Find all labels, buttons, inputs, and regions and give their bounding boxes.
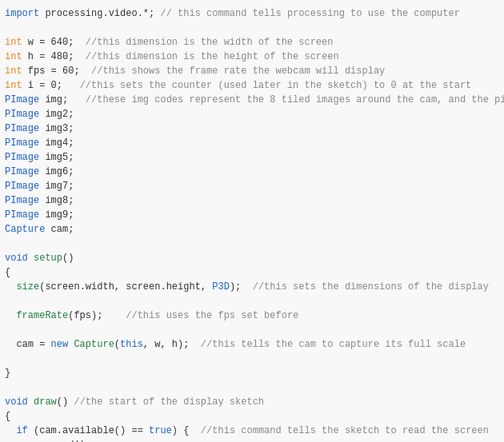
code-line-25 <box>5 352 499 366</box>
code-line-18: void setup () <box>5 251 499 265</box>
keyword-import: import <box>5 6 39 21</box>
code-line-23 <box>5 323 499 337</box>
code-line-21 <box>5 294 499 309</box>
code-line-31: cam.read(); <box>5 438 499 442</box>
code-line-14: PImage img8; <box>5 193 499 208</box>
code-line-19: { <box>5 265 499 280</box>
code-line-3: int w = 640; //this dimension is the wid… <box>5 35 499 50</box>
code-line-4: int h = 480; //this dimension is the hei… <box>5 50 499 64</box>
code-line-17 <box>5 237 499 251</box>
code-line-6: int i = 0; //this sets the counter (used… <box>5 78 499 93</box>
code-line-11: PImage img5; <box>5 150 499 165</box>
code-line-15: PImage img9; <box>5 208 499 222</box>
code-line-5: int fps = 60; //this shows the frame rat… <box>5 64 499 78</box>
code-line-13: PImage img7; <box>5 179 499 193</box>
code-editor: import processing.video.*; // this comma… <box>0 0 504 442</box>
code-line-30: if (cam.available() == true ) { //this c… <box>5 424 499 438</box>
code-line-8: PImage img2; <box>5 107 499 121</box>
code-line-22: frameRate (fps); //this uses the fps set… <box>5 309 499 323</box>
code-line-10: PImage img4; <box>5 136 499 150</box>
code-line-28: void draw () //the start of the display … <box>5 395 499 409</box>
code-line-29: { <box>5 409 499 424</box>
code-line-1: import processing.video.*; // this comma… <box>5 6 499 21</box>
code-line-27 <box>5 380 499 395</box>
code-line-26: } <box>5 366 499 380</box>
code-line-2 <box>5 21 499 35</box>
code-line-20: size (screen.width, screen.height, P3D )… <box>5 280 499 294</box>
code-line-7: PImage img; //these img codes represent … <box>5 93 499 107</box>
code-line-24: cam = new Capture ( this , w, h); //this… <box>5 337 499 352</box>
code-line-16: Capture cam; <box>5 222 499 237</box>
code-line-12: PImage img6; <box>5 165 499 179</box>
code-line-9: PImage img3; <box>5 121 499 136</box>
